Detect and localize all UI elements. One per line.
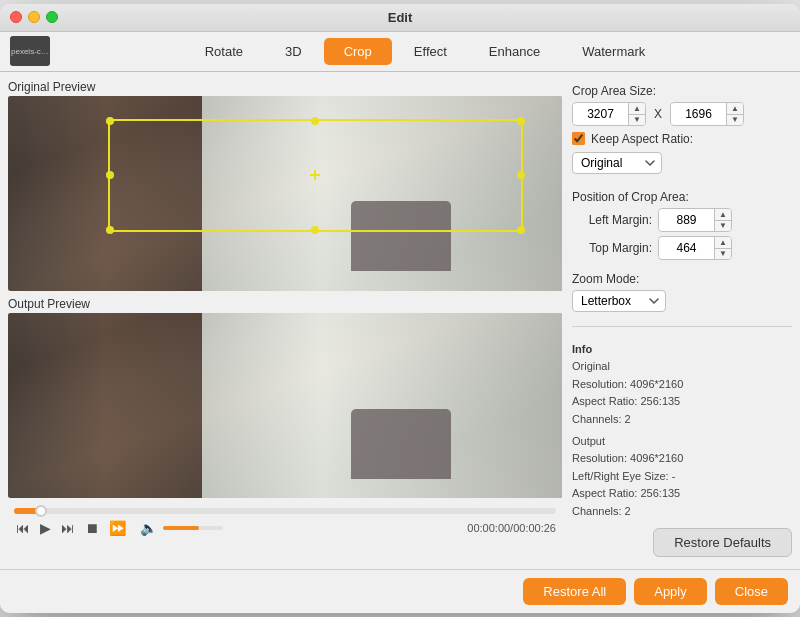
aspect-select[interactable]: Original 16:9 4:3 1:1 Custom bbox=[572, 152, 662, 174]
apply-button[interactable]: Apply bbox=[634, 578, 707, 605]
play-button[interactable]: ▶ bbox=[38, 520, 53, 536]
file-thumb-label: pexels-cot... bbox=[11, 47, 49, 56]
width-down-btn[interactable]: ▼ bbox=[629, 114, 645, 125]
output-preview-container bbox=[8, 313, 562, 498]
top-margin-input[interactable] bbox=[659, 238, 714, 258]
position-label: Position of Crop Area: bbox=[572, 190, 792, 204]
stop-button[interactable]: ⏹ bbox=[83, 520, 101, 536]
info-original-channels: Channels: 2 bbox=[572, 411, 792, 429]
window-title: Edit bbox=[388, 10, 413, 25]
traffic-lights bbox=[10, 11, 58, 23]
top-down-btn[interactable]: ▼ bbox=[715, 248, 731, 259]
height-down-btn[interactable]: ▼ bbox=[727, 114, 743, 125]
title-bar: Edit bbox=[0, 4, 800, 32]
width-up-btn[interactable]: ▲ bbox=[629, 103, 645, 114]
output-video-frame bbox=[8, 313, 562, 498]
keep-aspect-label: Keep Aspect Ratio: bbox=[591, 132, 693, 146]
main-window: Edit pexels-cot... Rotate 3D Crop Effect… bbox=[0, 4, 800, 614]
restore-defaults-button[interactable]: Restore Defaults bbox=[653, 528, 792, 557]
tab-3d[interactable]: 3D bbox=[265, 38, 322, 65]
position-section: Position of Crop Area: Left Margin: ▲ ▼ … bbox=[572, 190, 792, 264]
player-area: ⏮ ▶ ⏭ ⏹ ⏩ 🔈 00:00:00/00:00:26 bbox=[8, 504, 562, 540]
info-original-title: Original bbox=[572, 358, 792, 376]
volume-icon[interactable]: 🔈 bbox=[138, 520, 159, 536]
zoom-mode-section: Zoom Mode: Letterbox Pan & Scan Full bbox=[572, 272, 792, 312]
volume-fill bbox=[163, 526, 199, 530]
crop-area-size-label: Crop Area Size: bbox=[572, 84, 792, 98]
top-up-btn[interactable]: ▲ bbox=[715, 237, 731, 248]
height-up-btn[interactable]: ▲ bbox=[727, 103, 743, 114]
original-preview-container bbox=[8, 96, 562, 291]
info-box: Info Original Resolution: 4096*2160 Aspe… bbox=[572, 341, 792, 521]
preview-panel: Original Preview bbox=[8, 80, 562, 562]
width-input[interactable] bbox=[573, 104, 628, 124]
maximize-traffic-light[interactable] bbox=[46, 11, 58, 23]
left-margin-input-group: ▲ ▼ bbox=[658, 208, 732, 232]
keep-aspect-checkbox[interactable] bbox=[572, 132, 585, 145]
zoom-mode-label: Zoom Mode: bbox=[572, 272, 792, 286]
keep-aspect-row: Keep Aspect Ratio: bbox=[572, 132, 792, 146]
width-spinner: ▲ ▼ bbox=[628, 103, 645, 125]
file-thumbnail: pexels-cot... bbox=[10, 36, 50, 66]
info-original-resolution: Resolution: 4096*2160 bbox=[572, 376, 792, 394]
room-wall bbox=[8, 96, 202, 291]
time-display: 00:00:00/00:00:26 bbox=[467, 522, 556, 534]
minimize-traffic-light[interactable] bbox=[28, 11, 40, 23]
zoom-select[interactable]: Letterbox Pan & Scan Full bbox=[572, 290, 666, 312]
volume-area: 🔈 bbox=[138, 520, 223, 536]
player-controls: ⏮ ▶ ⏭ ⏹ ⏩ 🔈 00:00:00/00:00:26 bbox=[14, 520, 556, 536]
left-down-btn[interactable]: ▼ bbox=[715, 220, 731, 231]
tab-effect[interactable]: Effect bbox=[394, 38, 467, 65]
bottom-bar: Restore All Apply Close bbox=[0, 569, 800, 613]
info-output-aspect: Aspect Ratio: 256:135 bbox=[572, 485, 792, 503]
skip-forward-button[interactable]: ⏭ bbox=[59, 520, 77, 536]
volume-bar[interactable] bbox=[163, 526, 223, 530]
left-up-btn[interactable]: ▲ bbox=[715, 209, 731, 220]
tab-bar: pexels-cot... Rotate 3D Crop Effect Enha… bbox=[0, 32, 800, 72]
height-spinner: ▲ ▼ bbox=[726, 103, 743, 125]
info-output-title: Output bbox=[572, 433, 792, 451]
tab-list: Rotate 3D Crop Effect Enhance Watermark bbox=[60, 38, 790, 65]
output-preview-label: Output Preview bbox=[8, 297, 562, 311]
progress-knob[interactable] bbox=[35, 505, 47, 517]
left-margin-label: Left Margin: bbox=[572, 213, 652, 227]
progress-bar[interactable] bbox=[14, 508, 556, 514]
output-preview-section: Output Preview bbox=[8, 297, 562, 498]
next-frame-button[interactable]: ⏩ bbox=[107, 520, 128, 536]
right-panel: Crop Area Size: ▲ ▼ X ▲ ▼ bbox=[572, 80, 792, 562]
width-input-group: ▲ ▼ bbox=[572, 102, 646, 126]
left-margin-row: Left Margin: ▲ ▼ bbox=[572, 208, 792, 232]
info-output-eye-size: Left/Right Eye Size: - bbox=[572, 468, 792, 486]
info-title: Info bbox=[572, 341, 792, 359]
original-video-frame bbox=[8, 96, 562, 291]
zoom-select-group: Letterbox Pan & Scan Full bbox=[572, 290, 792, 312]
close-traffic-light[interactable] bbox=[10, 11, 22, 23]
top-margin-row: Top Margin: ▲ ▼ bbox=[572, 236, 792, 260]
panel-divider bbox=[572, 326, 792, 327]
left-margin-spinner: ▲ ▼ bbox=[714, 209, 731, 231]
left-margin-input[interactable] bbox=[659, 210, 714, 230]
restore-all-button[interactable]: Restore All bbox=[523, 578, 626, 605]
info-output-resolution: Resolution: 4096*2160 bbox=[572, 450, 792, 468]
output-room-wall bbox=[8, 313, 202, 498]
tab-watermark[interactable]: Watermark bbox=[562, 38, 665, 65]
top-margin-input-group: ▲ ▼ bbox=[658, 236, 732, 260]
top-margin-label: Top Margin: bbox=[572, 241, 652, 255]
crop-size-row: ▲ ▼ X ▲ ▼ bbox=[572, 102, 792, 126]
main-content: Original Preview bbox=[0, 72, 800, 570]
tab-rotate[interactable]: Rotate bbox=[185, 38, 263, 65]
crop-area-size-section: Crop Area Size: ▲ ▼ X ▲ ▼ bbox=[572, 84, 792, 182]
height-input[interactable] bbox=[671, 104, 726, 124]
tab-enhance[interactable]: Enhance bbox=[469, 38, 560, 65]
height-input-group: ▲ ▼ bbox=[670, 102, 744, 126]
output-chair bbox=[351, 409, 451, 479]
top-margin-spinner: ▲ ▼ bbox=[714, 237, 731, 259]
original-preview-label: Original Preview bbox=[8, 80, 562, 94]
tab-crop[interactable]: Crop bbox=[324, 38, 392, 65]
restore-defaults-area: Restore Defaults bbox=[572, 528, 792, 557]
skip-back-button[interactable]: ⏮ bbox=[14, 520, 32, 536]
x-separator: X bbox=[652, 107, 664, 121]
info-output-channels: Channels: 2 bbox=[572, 503, 792, 521]
close-button[interactable]: Close bbox=[715, 578, 788, 605]
chair bbox=[351, 201, 451, 271]
